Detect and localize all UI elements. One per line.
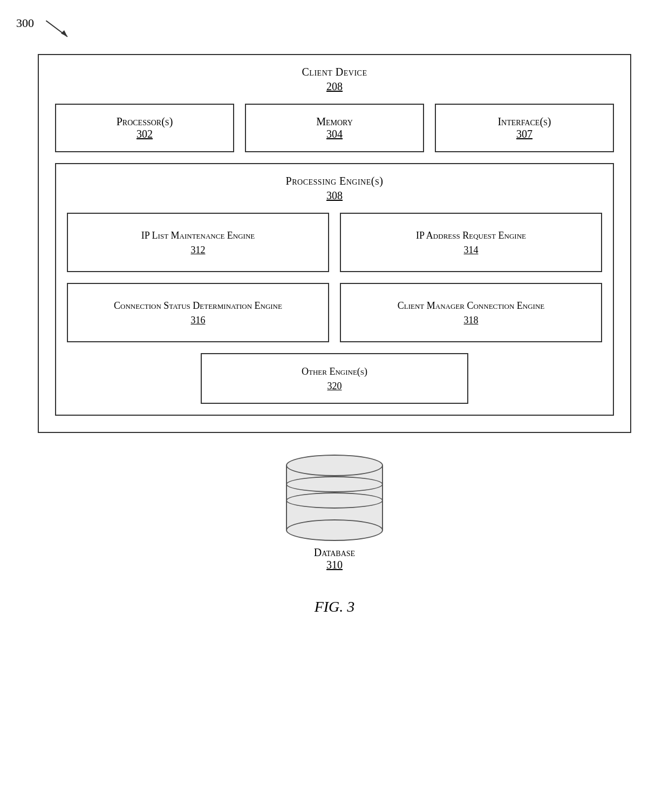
interfaces-title: Interface(s) bbox=[497, 116, 551, 128]
processing-engine-number: 308 bbox=[67, 190, 602, 202]
page-container: 300 Client Device 208 Processor(s) 302 M… bbox=[11, 11, 658, 799]
database-cylinder bbox=[286, 455, 383, 541]
other-engines-title: Other Engine(s) bbox=[302, 365, 367, 378]
connection-status-box: Connection Status Determination Engine 3… bbox=[67, 283, 329, 342]
cylinder-line1 bbox=[286, 476, 383, 492]
client-device-number: 208 bbox=[55, 80, 614, 93]
cylinder-line2 bbox=[286, 492, 383, 509]
client-manager-connection-title: Client Manager Connection Engine bbox=[398, 299, 544, 313]
other-engines-box: Other Engine(s) 320 bbox=[201, 353, 468, 404]
ip-address-request-number: 314 bbox=[464, 245, 479, 256]
processor-title: Processor(s) bbox=[117, 116, 173, 128]
client-device-box: Client Device 208 Processor(s) 302 Memor… bbox=[38, 54, 631, 433]
processing-engine-box: Processing Engine(s) 308 IP List Mainten… bbox=[55, 163, 614, 416]
processing-engine-title: Processing Engine(s) bbox=[67, 175, 602, 187]
database-title: Database bbox=[314, 546, 355, 558]
arrow-icon bbox=[46, 21, 78, 42]
ip-list-maintenance-title: IP List Maintenance Engine bbox=[141, 229, 255, 242]
interfaces-number: 307 bbox=[516, 128, 533, 140]
ip-list-maintenance-box: IP List Maintenance Engine 312 bbox=[67, 213, 329, 272]
client-manager-connection-box: Client Manager Connection Engine 318 bbox=[340, 283, 602, 342]
database-label: Database 310 bbox=[314, 546, 355, 571]
memory-title: Memory bbox=[316, 116, 353, 128]
database-number: 310 bbox=[314, 559, 355, 571]
interfaces-box: Interface(s) 307 bbox=[435, 104, 614, 152]
client-manager-connection-number: 318 bbox=[464, 315, 479, 326]
processor-number: 302 bbox=[136, 128, 153, 140]
ip-address-request-box: IP Address Request Engine 314 bbox=[340, 213, 602, 272]
figure-number: 300 bbox=[16, 16, 34, 30]
engine-grid: IP List Maintenance Engine 312 IP Addres… bbox=[67, 213, 602, 342]
figure-number-label: 300 bbox=[16, 16, 34, 30]
cylinder-top bbox=[286, 455, 383, 476]
database-section: Database 310 bbox=[286, 455, 383, 571]
figure-caption: FIG. 3 bbox=[315, 598, 355, 615]
connection-status-title: Connection Status Determination Engine bbox=[114, 299, 282, 313]
memory-number: 304 bbox=[326, 128, 343, 140]
processor-box: Processor(s) 302 bbox=[55, 104, 234, 152]
ip-address-request-title: IP Address Request Engine bbox=[416, 229, 526, 242]
connection-status-number: 316 bbox=[191, 315, 206, 326]
cylinder-bottom bbox=[286, 519, 383, 541]
other-engines-number: 320 bbox=[327, 381, 342, 392]
main-diagram: Client Device 208 Processor(s) 302 Memor… bbox=[11, 54, 658, 615]
top-components-row: Processor(s) 302 Memory 304 Interface(s)… bbox=[55, 104, 614, 152]
client-device-title: Client Device bbox=[55, 66, 614, 78]
memory-box: Memory 304 bbox=[245, 104, 424, 152]
svg-marker-1 bbox=[61, 30, 67, 37]
ip-list-maintenance-number: 312 bbox=[191, 245, 206, 256]
